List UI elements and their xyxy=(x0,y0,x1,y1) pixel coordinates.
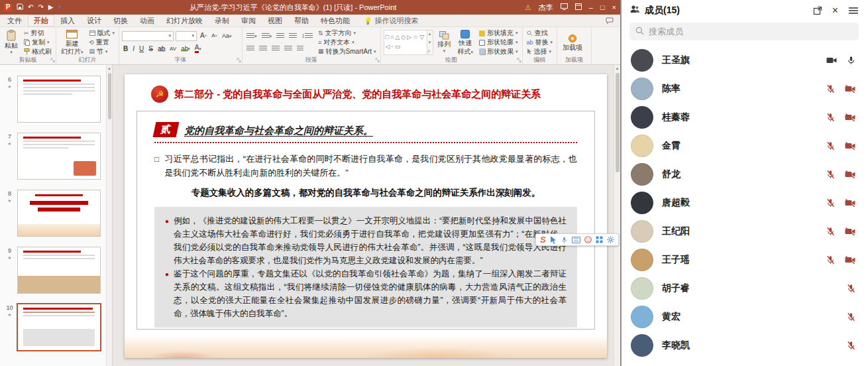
slide-thumbnail-6[interactable]: 6★ xyxy=(5,76,105,123)
member-row[interactable]: 王纪阳 xyxy=(622,217,867,245)
addins-button[interactable]: 加载项 xyxy=(560,29,585,56)
cam-on-icon[interactable] xyxy=(826,55,838,66)
ribbon-tab-11[interactable]: 特色功能 xyxy=(315,15,356,27)
text-shadow-button[interactable]: ab xyxy=(156,46,166,52)
ribbon-tab-1[interactable]: 开始 xyxy=(28,15,54,27)
paragraph-dialog-launcher[interactable] xyxy=(375,56,380,64)
slide-thumbnail-8[interactable]: 8★ xyxy=(5,190,105,237)
shapes-gallery[interactable]: □○△◇▷ ☆▽◁◦▭ xyxy=(384,30,427,55)
format-painter-button[interactable]: 格式刷 xyxy=(23,47,53,56)
mic-muted-icon[interactable] xyxy=(826,169,836,180)
font-size-select[interactable]: ▾ xyxy=(176,31,197,41)
find-button[interactable]: 查找 xyxy=(525,29,555,38)
thumbnail-preview[interactable] xyxy=(17,133,101,180)
font-color-icon[interactable]: A▾ xyxy=(193,44,203,53)
mic-muted-icon[interactable] xyxy=(826,255,836,265)
member-row[interactable]: 陈率 xyxy=(622,74,867,103)
mic-muted-icon[interactable] xyxy=(846,283,856,294)
minimize-button[interactable]: – xyxy=(589,4,593,11)
replace-button[interactable]: ab替换▾ xyxy=(525,38,555,47)
ribbon-tab-0[interactable]: 文件 xyxy=(1,15,28,27)
member-search-input[interactable] xyxy=(649,27,853,36)
warning-icon[interactable]: ⚠ xyxy=(525,3,531,12)
italic-button[interactable]: I xyxy=(131,46,136,52)
reset-button[interactable]: ⟲重置 xyxy=(88,38,117,47)
slide-scrollbar[interactable]: ▲ xyxy=(614,65,620,366)
comments-icon[interactable] xyxy=(606,15,620,27)
member-row[interactable]: 舒龙 xyxy=(622,160,867,188)
member-row[interactable]: 胡子睿 xyxy=(622,274,867,302)
justify-icon[interactable] xyxy=(283,46,294,52)
decrease-indent-icon[interactable] xyxy=(275,33,286,39)
character-spacing-icon[interactable]: AV xyxy=(168,46,178,52)
cam-muted-icon[interactable] xyxy=(844,141,856,151)
cam-muted-icon[interactable] xyxy=(844,84,856,94)
text-direction-button[interactable]: ⇅文字方向▾ xyxy=(317,29,377,38)
member-search[interactable] xyxy=(629,23,859,40)
mic-muted-icon[interactable] xyxy=(826,112,836,123)
slide-thumbnail-10[interactable]: 10★ xyxy=(5,304,105,351)
ribbon-display-options-icon[interactable] xyxy=(575,3,582,11)
underline-button[interactable]: U xyxy=(138,46,145,52)
decrease-font-icon[interactable]: A˅ xyxy=(210,33,219,38)
cut-button[interactable]: ✂剪切 xyxy=(23,29,53,38)
ribbon-tab-9[interactable]: 视图 xyxy=(262,15,288,27)
thumbnail-preview[interactable] xyxy=(17,247,101,294)
shapes-gallery-scroll[interactable]: ▲▼≡ xyxy=(427,30,433,55)
ribbon-tab-8[interactable]: 审阅 xyxy=(235,15,262,27)
cursor-icon[interactable] xyxy=(550,236,557,244)
bold-button[interactable]: B xyxy=(122,46,129,52)
mic-muted-icon[interactable] xyxy=(826,141,836,151)
slide-thumbnail-7[interactable]: 7★ xyxy=(5,133,105,180)
drawing-dialog-launcher[interactable] xyxy=(517,56,521,64)
close-panel-icon[interactable]: × xyxy=(832,5,838,16)
emoji-icon[interactable] xyxy=(584,236,592,243)
popout-icon[interactable] xyxy=(813,6,822,15)
member-row[interactable]: 唐超毅 xyxy=(622,188,867,217)
cam-muted-icon[interactable] xyxy=(844,169,856,180)
align-left-icon[interactable] xyxy=(245,46,256,52)
presenter-icon[interactable] xyxy=(561,3,568,11)
mic-muted-icon[interactable] xyxy=(846,340,856,351)
save-icon[interactable] xyxy=(17,3,23,11)
keyboard-icon[interactable] xyxy=(572,237,580,243)
member-row[interactable]: 金霄 xyxy=(622,131,867,160)
arrange-button[interactable]: 排列▾ xyxy=(436,29,453,56)
change-case-icon[interactable]: Aa▾ xyxy=(221,33,233,39)
clipboard-dialog-launcher[interactable] xyxy=(50,56,55,64)
menu-icon[interactable] xyxy=(848,7,859,15)
slide-thumbnail-9[interactable]: 9★ xyxy=(5,247,105,294)
ribbon-tab-10[interactable]: 帮助 xyxy=(288,15,315,27)
strikethrough-button[interactable]: S xyxy=(147,46,154,52)
align-right-icon[interactable] xyxy=(270,46,281,52)
mic-muted-icon[interactable] xyxy=(826,226,836,237)
new-slide-button[interactable]: 新建 幻灯片▾ xyxy=(59,29,85,56)
thumbnail-preview[interactable] xyxy=(17,304,101,351)
thumbnail-preview[interactable] xyxy=(17,190,101,237)
font-dialog-launcher[interactable] xyxy=(237,56,241,64)
member-row[interactable]: 王子瑶 xyxy=(622,245,867,274)
copy-button[interactable]: 复制▾ xyxy=(23,38,53,47)
shape-outline-button[interactable]: 形状轮廓▾ xyxy=(478,38,519,47)
shape-fill-button[interactable]: 形状填充▾ xyxy=(478,29,519,38)
section-button[interactable]: ▤节▾ xyxy=(88,47,117,56)
redo-icon[interactable]: ↷ xyxy=(38,4,43,11)
mic-muted-icon[interactable] xyxy=(826,84,836,94)
align-text-button[interactable]: ≡对齐文本▾ xyxy=(317,38,377,47)
line-spacing-icon[interactable]: ↕ xyxy=(300,32,314,39)
member-row[interactable]: 桂蓁蓉 xyxy=(622,103,867,131)
gear-icon[interactable] xyxy=(607,236,614,243)
mic-muted-icon[interactable] xyxy=(846,312,856,322)
member-row[interactable]: 王圣旗 xyxy=(622,46,867,74)
sogou-logo-icon[interactable]: S xyxy=(540,235,546,244)
ribbon-tab-7[interactable]: 录制 xyxy=(209,15,235,27)
ribbon-tab-3[interactable]: 设计 xyxy=(81,15,107,27)
highlight-color-icon[interactable]: ab▾ xyxy=(180,46,191,52)
smartart-button[interactable]: ▦转换为SmartArt▾ xyxy=(317,47,377,56)
shape-effects-button[interactable]: 形状效果▾ xyxy=(478,47,519,56)
mic-muted-icon[interactable] xyxy=(826,198,836,208)
align-center-icon[interactable] xyxy=(258,46,268,52)
cam-muted-icon[interactable] xyxy=(844,255,856,265)
member-row[interactable]: 黄宏 xyxy=(622,302,867,331)
increase-indent-icon[interactable] xyxy=(288,33,298,39)
